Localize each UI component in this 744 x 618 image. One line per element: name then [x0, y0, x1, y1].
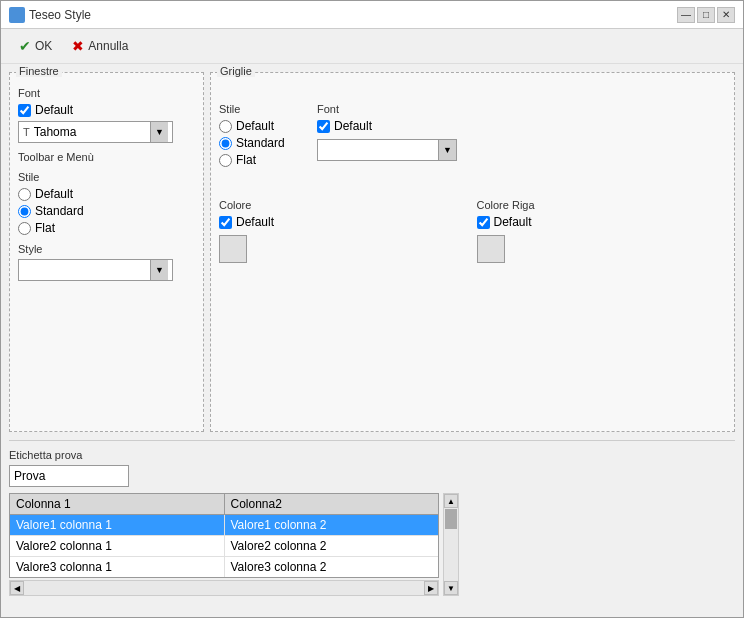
griglie-bottom: Colore Default Colore Riga Default — [219, 187, 726, 263]
scroll-left-arrow[interactable]: ◀ — [10, 581, 24, 595]
font-select-icon: T — [23, 126, 30, 138]
cancel-button[interactable]: ✖ Annulla — [64, 35, 136, 57]
griglie-stile-standard-row: Standard — [219, 136, 309, 150]
toolbar: ✔ OK ✖ Annulla — [1, 29, 743, 64]
stile-flat-row: Flat — [18, 221, 195, 235]
stile-radio-group-finestre: Default Standard Flat — [18, 187, 195, 235]
scroll-up-arrow[interactable]: ▲ — [444, 494, 458, 508]
top-panels: Finestre Font Default T Tahoma ▼ Toolbar… — [9, 72, 735, 432]
griglie-title: Griglie — [217, 65, 255, 77]
minimize-button[interactable]: — — [677, 7, 695, 23]
stile-default-label: Default — [35, 187, 73, 201]
griglie-inner: Stile Default Standard — [219, 91, 726, 175]
font-default-label: Default — [35, 103, 73, 117]
stile-flat-radio[interactable] — [18, 222, 31, 235]
griglie-stile-default-row: Default — [219, 119, 309, 133]
maximize-button[interactable]: □ — [697, 7, 715, 23]
check-icon: ✔ — [19, 38, 31, 54]
colore-riga-default-checkbox[interactable] — [477, 216, 490, 229]
griglie-stile-default-radio[interactable] — [219, 120, 232, 133]
colore-label: Colore — [219, 199, 469, 211]
font-select-row: T Tahoma ▼ — [18, 121, 195, 143]
title-bar-left: Teseo Style — [9, 7, 91, 23]
griglie-font-default-checkbox[interactable] — [317, 120, 330, 133]
colore-default-checkbox[interactable] — [219, 216, 232, 229]
table-cell-r1c1: Valore1 colonna 1 — [10, 515, 225, 535]
stile-standard-radio[interactable] — [18, 205, 31, 218]
table-cell-r2c1: Valore2 colonna 1 — [10, 536, 225, 556]
toolbar-menu-label: Toolbar e Menù — [18, 151, 195, 163]
scroll-thumb-v — [445, 509, 457, 529]
ok-button[interactable]: ✔ OK — [11, 35, 60, 57]
etichetta-section: Etichetta prova Colonna 1 Colonna2 Valor… — [9, 440, 735, 596]
close-button[interactable]: ✕ — [717, 7, 735, 23]
stile-default-row: Default — [18, 187, 195, 201]
style-dropdown-arrow[interactable]: ▼ — [150, 260, 168, 280]
vertical-scrollbar[interactable]: ▲ ▼ — [443, 493, 459, 596]
stile-flat-label: Flat — [35, 221, 55, 235]
scroll-right-arrow[interactable]: ▶ — [424, 581, 438, 595]
stile-default-radio[interactable] — [18, 188, 31, 201]
griglie-stile-radio-group: Default Standard Flat — [219, 119, 309, 167]
scroll-down-arrow[interactable]: ▼ — [444, 581, 458, 595]
table-header-col2: Colonna2 — [225, 494, 439, 514]
griglie-font-default-row: Default — [317, 119, 726, 133]
colore-section: Colore Default — [219, 187, 469, 263]
griglie-font-dropdown-arrow[interactable]: ▼ — [438, 140, 456, 160]
window-title: Teseo Style — [29, 8, 91, 22]
font-select-dropdown[interactable]: T Tahoma ▼ — [18, 121, 173, 143]
table-cell-r2c2: Valore2 colonna 2 — [225, 536, 439, 556]
etichetta-label: Etichetta prova — [9, 449, 735, 461]
x-icon: ✖ — [72, 38, 84, 54]
griglie-stile-label: Stile — [219, 103, 309, 115]
stile-standard-label: Standard — [35, 204, 84, 218]
table-row[interactable]: Valore3 colonna 1 Valore3 colonna 2 — [10, 557, 438, 577]
griglie-stile-section: Stile Default Standard — [219, 91, 309, 175]
prova-input[interactable] — [9, 465, 129, 487]
table-container: Colonna 1 Colonna2 Valore1 colonna 1 Val… — [9, 493, 439, 578]
colore-color-box[interactable] — [219, 235, 247, 263]
griglie-font-default-label: Default — [334, 119, 372, 133]
colore-riga-color-box[interactable] — [477, 235, 505, 263]
main-content: Finestre Font Default T Tahoma ▼ Toolbar… — [1, 64, 743, 617]
griglie-stile-flat-radio[interactable] — [219, 154, 232, 167]
font-dropdown-arrow[interactable]: ▼ — [150, 122, 168, 142]
table-header: Colonna 1 Colonna2 — [10, 494, 438, 515]
griglie-stile-default-label: Default — [236, 119, 274, 133]
scroll-track-v — [444, 508, 458, 581]
font-default-checkbox[interactable] — [18, 104, 31, 117]
table-row[interactable]: Valore1 colonna 1 Valore1 colonna 2 — [10, 515, 438, 536]
griglie-font-section: Font Default ▼ — [317, 91, 726, 175]
title-bar-controls: — □ ✕ — [677, 7, 735, 23]
griglie-font-select[interactable]: ▼ — [317, 139, 457, 161]
griglie-stile-standard-label: Standard — [236, 136, 285, 150]
colore-riga-default-label: Default — [494, 215, 532, 229]
stile-standard-row: Standard — [18, 204, 195, 218]
stile-label-finestre: Stile — [18, 171, 195, 183]
table-cell-r3c2: Valore3 colonna 2 — [225, 557, 439, 577]
table-cell-r3c1: Valore3 colonna 1 — [10, 557, 225, 577]
horizontal-scrollbar[interactable]: ◀ ▶ — [9, 580, 439, 596]
font-default-row: Default — [18, 103, 195, 117]
title-bar: Teseo Style — □ ✕ — [1, 1, 743, 29]
griglie-stile-flat-row: Flat — [219, 153, 309, 167]
table-header-col1: Colonna 1 — [10, 494, 225, 514]
colore-riga-label: Colore Riga — [477, 199, 727, 211]
colore-default-row: Default — [219, 215, 469, 229]
colore-riga-default-row: Default — [477, 215, 727, 229]
finestre-panel: Finestre Font Default T Tahoma ▼ Toolbar… — [9, 72, 204, 432]
griglie-stile-standard-radio[interactable] — [219, 137, 232, 150]
finestre-title: Finestre — [16, 65, 62, 77]
app-icon — [9, 7, 25, 23]
griglie-font-label: Font — [317, 103, 726, 115]
ok-label: OK — [35, 39, 52, 53]
table-area: Colonna 1 Colonna2 Valore1 colonna 1 Val… — [9, 493, 439, 596]
cancel-label: Annulla — [88, 39, 128, 53]
colore-riga-section: Colore Riga Default — [477, 187, 727, 263]
griglie-panel: Griglie Stile Default Standard — [210, 72, 735, 432]
table-row[interactable]: Valore2 colonna 1 Valore2 colonna 2 — [10, 536, 438, 557]
style-dropdown[interactable]: ▼ — [18, 259, 173, 281]
scroll-track-h — [24, 581, 424, 595]
colore-default-label: Default — [236, 215, 274, 229]
font-select-value: Tahoma — [34, 125, 150, 139]
